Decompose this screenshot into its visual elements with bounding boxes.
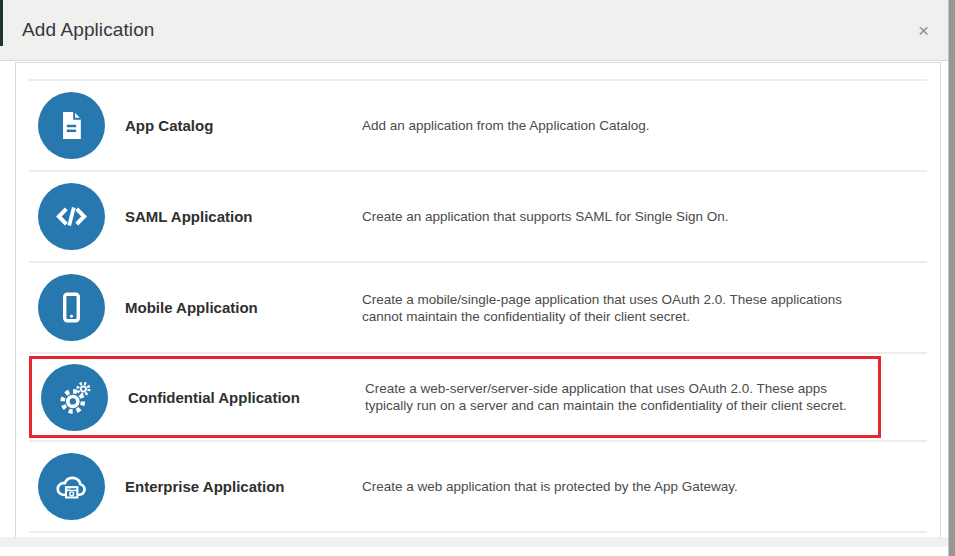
scrollbar-thumb[interactable] <box>949 0 955 556</box>
option-title: Mobile Application <box>125 299 362 316</box>
page-scrollbar[interactable] <box>948 0 955 556</box>
mobile-icon <box>38 274 105 341</box>
modal-footer-strip <box>0 537 955 547</box>
gears-icon <box>41 364 108 431</box>
option-app-catalog[interactable]: App Catalog Add an application from the … <box>29 79 927 170</box>
add-application-modal: Add Application × App Catalog Add an app… <box>0 0 955 556</box>
option-title: Confidential Application <box>128 389 365 406</box>
option-title: App Catalog <box>125 117 362 134</box>
option-title: Enterprise Application <box>125 478 362 495</box>
option-saml-application[interactable]: SAML Application Create an application t… <box>29 170 927 261</box>
modal-header: Add Application × <box>0 0 955 61</box>
document-icon <box>38 92 105 159</box>
close-icon[interactable]: × <box>918 21 929 40</box>
option-mobile-application[interactable]: Mobile Application Create a mobile/singl… <box>29 261 927 352</box>
option-description: Add an application from the Application … <box>362 117 882 134</box>
background-page-sliver <box>0 0 3 46</box>
option-confidential-application[interactable]: Confidential Application Create a web-se… <box>29 356 881 438</box>
option-description: Create a web-server/server-side applicat… <box>365 380 869 414</box>
option-description: Create an application that supports SAML… <box>362 208 882 225</box>
code-icon <box>38 183 105 250</box>
option-description: Create a web application that is protect… <box>362 478 882 495</box>
option-title: SAML Application <box>125 208 362 225</box>
application-options-panel: App Catalog Add an application from the … <box>15 62 941 540</box>
cloud-app-icon <box>38 453 105 520</box>
modal-title: Add Application <box>22 19 155 41</box>
option-enterprise-application[interactable]: Enterprise Application Create a web appl… <box>29 440 927 531</box>
option-confidential-highlight-box: Confidential Application Create a web-se… <box>29 352 927 438</box>
modal-body: App Catalog Add an application from the … <box>0 62 955 547</box>
option-description: Create a mobile/single-page application … <box>362 291 882 325</box>
